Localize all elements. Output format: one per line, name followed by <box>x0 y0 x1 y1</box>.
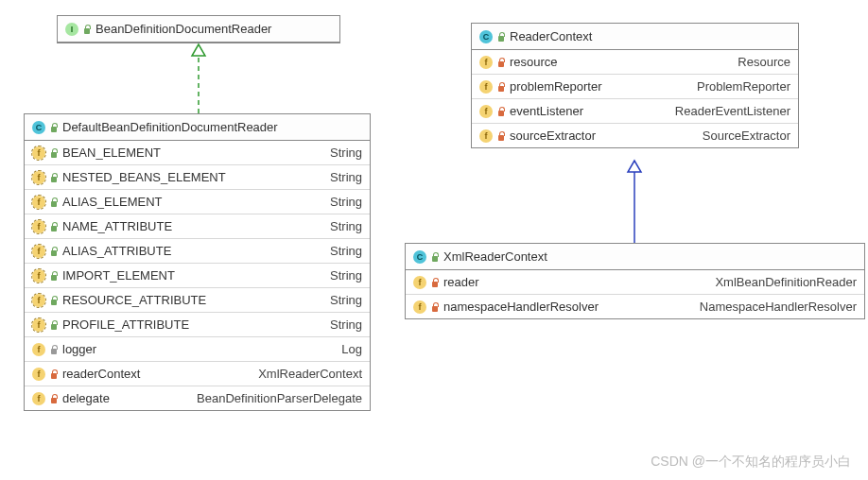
field-row: fIMPORT_ELEMENTString <box>25 263 370 287</box>
field-icon: f <box>32 171 45 184</box>
lock-icon <box>82 25 92 34</box>
lock-icon <box>496 58 506 67</box>
field-icon: f <box>32 294 45 307</box>
field-row: fsourceExtractorSourceExtractor <box>472 123 798 147</box>
field-row: freaderContextXmlReaderContext <box>25 361 370 386</box>
field-name: eventListener <box>510 104 583 118</box>
extends-arrow <box>628 161 641 243</box>
field-icon: f <box>413 300 426 314</box>
field-icon: f <box>32 196 45 209</box>
field-icon: f <box>32 392 45 405</box>
field-icon: f <box>32 245 45 258</box>
lock-icon <box>49 394 59 403</box>
lock-icon <box>430 252 440 262</box>
interface-header: I BeanDefinitionDocumentReader <box>58 16 339 43</box>
field-row: fdelegateBeanDefinitionParserDelegate <box>25 386 370 410</box>
lock-icon <box>49 222 59 231</box>
field-type: BeanDefinitionParserDelegate <box>113 391 362 405</box>
field-row: fPROFILE_ATTRIBUTEString <box>25 312 370 336</box>
lock-icon <box>49 320 59 330</box>
field-type: ProblemReporter <box>606 79 790 94</box>
field-icon: f <box>413 276 426 289</box>
class-body: fBEAN_ELEMENTStringfNESTED_BEANS_ELEMENT… <box>25 141 370 410</box>
field-row: feventListenerReaderEventListener <box>472 98 798 123</box>
field-row: fNESTED_BEANS_ELEMENTString <box>25 164 370 189</box>
field-row: fresourceResource <box>472 50 798 74</box>
class-icon: C <box>32 121 45 134</box>
field-icon: f <box>32 343 45 356</box>
svg-marker-3 <box>628 161 641 172</box>
lock-icon <box>49 369 59 379</box>
lock-icon <box>49 123 59 132</box>
field-type: ReaderEventListener <box>587 104 790 118</box>
field-type: String <box>230 170 362 184</box>
field-row: fRESOURCE_ATTRIBUTEString <box>25 287 370 312</box>
field-icon: f <box>479 105 493 118</box>
field-name: PROFILE_ATTRIBUTE <box>62 317 189 332</box>
field-type: String <box>176 219 362 233</box>
lock-icon <box>49 197 59 207</box>
field-name: readerContext <box>62 367 140 381</box>
lock-icon <box>49 271 59 281</box>
field-name: reader <box>443 275 479 289</box>
field-type: Log <box>100 342 362 356</box>
lock-icon <box>49 173 59 182</box>
class-xml-reader-context: C XmlReaderContext freaderXmlBeanDefinit… <box>405 243 865 319</box>
lock-icon <box>496 107 506 116</box>
field-row: fBEAN_ELEMENTString <box>25 141 370 164</box>
class-body: freaderXmlBeanDefinitionReaderfnamespace… <box>406 270 864 318</box>
field-icon: f <box>479 80 493 94</box>
field-type: NamespaceHandlerResolver <box>602 300 857 314</box>
field-icon: f <box>479 129 493 143</box>
class-default-bean-definition-document-reader: C DefaultBeanDefinitionDocumentReader fB… <box>24 113 371 411</box>
field-icon: f <box>32 368 45 381</box>
field-name: NESTED_BEANS_ELEMENT <box>62 170 226 184</box>
lock-icon <box>49 148 59 158</box>
field-name: IMPORT_ELEMENT <box>62 268 175 283</box>
field-row: floggerLog <box>25 336 370 361</box>
class-icon: C <box>479 30 493 43</box>
field-name: NAME_ATTRIBUTE <box>62 219 172 233</box>
field-row: fALIAS_ELEMENTString <box>25 189 370 214</box>
field-name: RESOURCE_ATTRIBUTE <box>62 293 206 307</box>
lock-icon <box>49 296 59 305</box>
svg-marker-1 <box>192 44 205 56</box>
field-type: XmlBeanDefinitionReader <box>483 275 857 289</box>
lock-icon <box>430 278 440 287</box>
watermark: CSDN @一个不知名的程序员小白 <box>651 454 851 471</box>
field-type: String <box>166 195 363 209</box>
interface-icon: I <box>65 23 78 36</box>
field-row: fNAME_ATTRIBUTEString <box>25 214 370 238</box>
class-header: C ReaderContext <box>472 24 798 50</box>
field-row: fALIAS_ATTRIBUTEString <box>25 238 370 263</box>
class-title: ReaderContext <box>510 29 592 43</box>
class-title: DefaultBeanDefinitionDocumentReader <box>62 120 278 134</box>
field-type: String <box>193 317 362 332</box>
field-type: String <box>210 293 362 307</box>
field-row: fnamespaceHandlerResolverNamespaceHandle… <box>406 294 864 318</box>
field-icon: f <box>32 220 45 233</box>
field-type: String <box>175 244 362 258</box>
field-name: sourceExtractor <box>510 129 596 143</box>
field-row: freaderXmlBeanDefinitionReader <box>406 270 864 294</box>
lock-icon <box>496 131 506 141</box>
field-name: ALIAS_ATTRIBUTE <box>62 244 171 258</box>
field-type: SourceExtractor <box>599 129 790 143</box>
class-title: XmlReaderContext <box>443 249 547 264</box>
implements-arrow <box>192 44 205 113</box>
field-name: delegate <box>62 391 110 405</box>
field-icon: f <box>32 269 45 283</box>
field-row: fproblemReporterProblemReporter <box>472 74 798 98</box>
class-header: C XmlReaderContext <box>406 244 864 270</box>
lock-icon <box>49 345 59 354</box>
interface-bean-definition-document-reader: I BeanDefinitionDocumentReader <box>57 15 340 43</box>
field-type: String <box>179 268 362 283</box>
field-name: ALIAS_ELEMENT <box>62 195 163 209</box>
field-name: resource <box>510 55 558 69</box>
field-name: namespaceHandlerResolver <box>443 300 599 314</box>
field-icon: f <box>32 318 45 332</box>
field-type: String <box>165 146 362 160</box>
lock-icon <box>496 32 506 42</box>
interface-title: BeanDefinitionDocumentReader <box>95 22 271 36</box>
lock-icon <box>49 247 59 256</box>
